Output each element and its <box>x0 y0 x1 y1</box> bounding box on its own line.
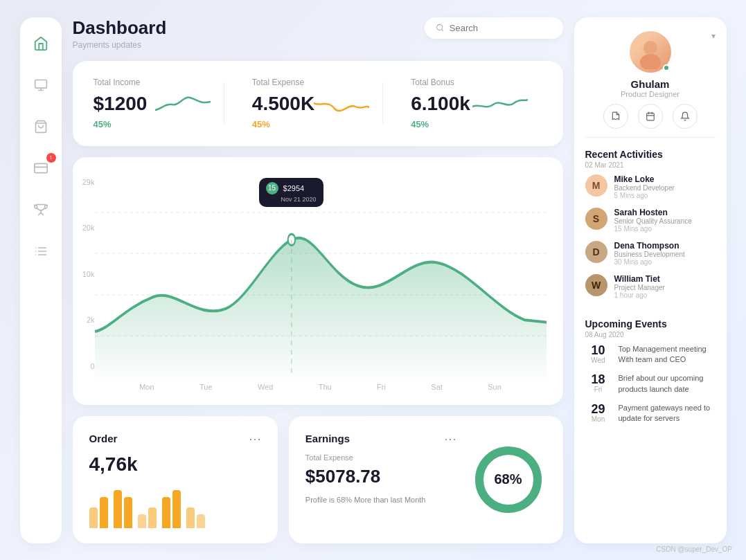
bar-3a <box>138 514 146 528</box>
activity-name-4: William Tiet <box>614 274 665 284</box>
activity-role-1: Backend Developer <box>614 184 675 192</box>
page-subtitle: Payments updates <box>73 40 167 50</box>
activity-role-3: Business Development <box>614 251 685 258</box>
earnings-menu-button[interactable]: ⋯ <box>444 431 456 446</box>
svg-point-24 <box>640 54 661 69</box>
sidebar-item-bag[interactable] <box>28 114 53 139</box>
bottom-row: Order ⋯ 4,76k <box>73 416 563 543</box>
svg-rect-4 <box>34 163 46 172</box>
event-item-3: 29 Mon Payment gateways need to update f… <box>585 403 716 424</box>
bar-3b <box>148 507 157 528</box>
avatar-svg <box>633 35 668 69</box>
bar-2a <box>114 490 122 528</box>
profile-action-bell[interactable] <box>673 104 698 129</box>
activity-avatar-3: D <box>585 241 607 263</box>
bar-5a <box>186 507 195 528</box>
earnings-card-header: Earnings ⋯ <box>305 431 456 446</box>
activity-name-2: Sarah Hosten <box>614 208 692 217</box>
sidebar-item-trophy[interactable] <box>28 197 53 222</box>
profile-actions <box>603 104 698 129</box>
x-label-mon: Mon <box>139 383 154 391</box>
y-label-2k: 2k <box>73 316 95 324</box>
activity-info-1: Mike Loke Backend Developer 5 Mins ago <box>614 174 675 199</box>
bar-group-3 <box>138 507 157 528</box>
x-label-thu: Thu <box>319 383 332 391</box>
earnings-value: $5078.78 <box>305 466 456 487</box>
activity-item-4: W William Tiet Project Manager 1 hour ag… <box>585 274 716 299</box>
x-label-fri: Fri <box>377 383 386 391</box>
event-date-1: 10 Wed <box>585 344 612 364</box>
chart-x-axis: Mon Tue Wed Thu Fri Sat Sun <box>95 383 547 391</box>
tooltip-amount: $2954 <box>283 183 305 192</box>
events-date: 08 Aug 2020 <box>585 331 716 338</box>
bar-2b <box>124 497 132 528</box>
chart-tooltip: 15 $2954 Nov 21 2020 <box>259 178 323 207</box>
bar-group-2 <box>114 490 132 528</box>
stat-bonus-value: 6.100k <box>411 93 542 115</box>
event-dow-2: Fri <box>585 386 612 393</box>
stat-income-label: Total Income <box>94 78 224 87</box>
activity-item-3: D Dena Thompson Business Development 30 … <box>585 241 716 266</box>
activity-time-4: 1 hour ago <box>614 291 665 299</box>
sidebar-item-home[interactable] <box>28 31 53 56</box>
earnings-title: Earnings <box>305 433 350 444</box>
activity-item-1: M Mike Loke Backend Developer 5 Mins ago <box>585 174 716 199</box>
bar-chart <box>89 487 261 528</box>
activity-name-1: Mike Loke <box>614 174 675 184</box>
activity-time-1: 5 Mins ago <box>614 192 675 199</box>
chart-y-axis: 29k 20k 10k 2k 0 <box>73 171 95 377</box>
y-label-0: 0 <box>73 362 95 370</box>
y-label-10k: 10k <box>73 270 95 278</box>
order-menu-button[interactable]: ⋯ <box>249 431 261 446</box>
bar-group-5 <box>186 507 205 528</box>
event-day-1: 10 <box>585 344 612 356</box>
recent-activities-section: Recent Activities 02 Mar 2021 M Mike Lok… <box>585 149 716 307</box>
profile-name: Ghulam <box>631 78 670 90</box>
x-label-tue: Tue <box>199 383 213 391</box>
profile-dropdown-arrow[interactable]: ▾ <box>711 31 716 41</box>
sidebar: 1 <box>20 17 62 543</box>
stat-expense-label: Total Expense <box>252 78 383 87</box>
activities-date: 02 Mar 2021 <box>585 161 716 169</box>
profile-role: Product Designer <box>621 90 680 98</box>
event-date-2: 18 Fri <box>585 373 612 393</box>
page-title-section: Dashboard Payments updates <box>73 17 167 50</box>
right-panel: ▾ Ghulam Product Designer <box>574 17 727 543</box>
event-item-2: 18 Fri Brief about our upcoming products… <box>585 373 716 395</box>
svg-rect-0 <box>35 80 46 88</box>
page-title: Dashboard <box>73 17 167 39</box>
sidebar-item-monitor[interactable] <box>28 73 53 98</box>
avatar-wrap <box>630 31 671 73</box>
event-dow-3: Mon <box>585 415 612 423</box>
event-day-3: 29 <box>585 403 612 415</box>
activity-avatar-1: M <box>585 174 607 197</box>
event-dow-1: Wed <box>585 356 612 364</box>
search-bar[interactable] <box>425 17 563 39</box>
upcoming-events-section: Upcoming Events 08 Aug 2020 10 Wed Top M… <box>585 318 716 433</box>
profile-action-receipt[interactable] <box>603 104 628 129</box>
event-desc-3: Payment gateways need to update for serv… <box>619 403 716 424</box>
watermark: CSDN @super_Dev_OP <box>656 545 732 553</box>
stat-bonus: Total Bonus 6.100k 45% <box>383 78 542 129</box>
activity-time-2: 15 Mins ago <box>614 225 692 233</box>
event-day-2: 18 <box>585 373 612 386</box>
activity-avatar-2: S <box>585 208 607 230</box>
sidebar-item-card[interactable]: 1 <box>28 156 53 181</box>
sidebar-item-list[interactable] <box>28 239 53 264</box>
tooltip-date: Nov 21 2020 <box>281 196 317 203</box>
activity-info-4: William Tiet Project Manager 1 hour ago <box>614 274 665 299</box>
event-date-3: 29 Mon <box>585 403 612 423</box>
y-label-20k: 20k <box>73 224 95 232</box>
notification-badge: 1 <box>46 153 56 163</box>
stat-expense-pct: 45% <box>252 119 383 129</box>
stat-bonus-label: Total Bonus <box>411 78 542 87</box>
avatar-online-indicator <box>663 64 670 71</box>
event-desc-2: Brief about our upcoming products launch… <box>619 373 716 395</box>
svg-rect-25 <box>646 113 654 120</box>
search-icon <box>436 23 444 33</box>
svg-point-23 <box>643 41 657 55</box>
profile-action-calendar[interactable] <box>638 104 663 129</box>
activity-role-2: Senior Quality Assurance <box>614 217 692 225</box>
stats-row: Total Income $1200 45% Total Expense 4.5… <box>73 61 563 146</box>
search-input[interactable] <box>450 23 552 33</box>
